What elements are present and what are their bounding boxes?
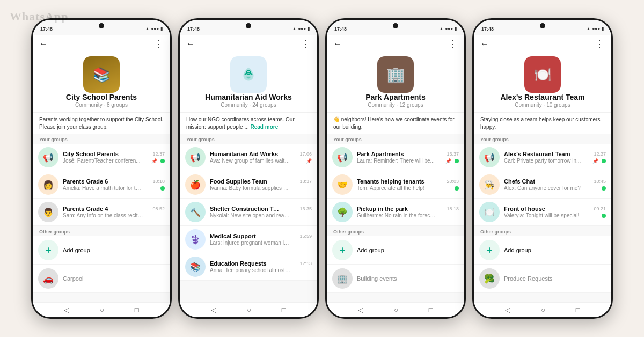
group-preview: Lars: Injured pregnant woman in need... <box>210 240 290 246</box>
group-info: Park Apartments 13:37 Laura: Reminder: T… <box>357 151 459 164</box>
battery-icon: ▮ <box>308 26 310 31</box>
nav-back-button[interactable]: ◁ <box>211 306 216 314</box>
nav-recents-button[interactable]: □ <box>576 306 580 314</box>
group-item[interactable]: 📢 Alex's Restaurant Team 12:27 Carl: Pri… <box>474 144 611 171</box>
group-item[interactable]: 🤝 Tenants helping tenants 20:03 Tom: App… <box>327 171 464 199</box>
unread-badge <box>602 214 606 218</box>
group-name: Medical Support <box>210 233 256 239</box>
community-name: Humanitarian Aid Works <box>205 93 292 101</box>
group-item[interactable]: 🍽️ Front of house 09:21 Valeryia: Tonigh… <box>474 199 611 226</box>
group-preview: Alex: Can anyone cover for me? <box>504 185 581 191</box>
back-button[interactable]: ← <box>480 39 489 49</box>
community-name: Park Apartments <box>365 93 426 101</box>
unread-badge <box>602 159 606 163</box>
nav-home-button[interactable]: ○ <box>100 306 104 314</box>
back-button[interactable]: ← <box>186 39 195 49</box>
group-item[interactable]: 👨 Parents Grade 4 08:52 Sam: Any info on… <box>33 199 170 226</box>
wifi-icon: ▲ <box>587 26 591 31</box>
top-bar: ← ⋮ <box>327 35 464 53</box>
group-info: Food Supplies Team 18:37 Ivanna: Baby fo… <box>210 178 312 191</box>
add-group-button[interactable]: Add group <box>474 236 611 265</box>
group-preview: Carl: Private party tomorrow in... <box>504 158 581 164</box>
nav-back-button[interactable]: ◁ <box>358 306 363 314</box>
group-time: 18:18 <box>447 206 459 211</box>
nav-recents-button[interactable]: □ <box>135 306 139 314</box>
nav-back-button[interactable]: ◁ <box>64 306 69 314</box>
group-item[interactable]: ⚕️ Medical Support 15:59 Lars: Injured p… <box>180 226 317 253</box>
top-bar: ← ⋮ <box>33 35 170 53</box>
group-info: City School Parents 12:37 José: Parent/T… <box>63 151 165 164</box>
other-group-avatar: 🥦 <box>479 268 500 289</box>
back-button[interactable]: ← <box>39 39 48 49</box>
top-bar: ← ⋮ <box>180 35 317 53</box>
groups-section: Your groups 📢 City School Parents 12:37 … <box>33 134 170 302</box>
group-preview: Ivanna: Baby formula supplies running ..… <box>210 185 290 191</box>
wifi-icon: ▲ <box>292 26 297 31</box>
group-preview: José: Parent/Teacher conferen... <box>63 158 141 164</box>
group-item[interactable]: 👨‍🍳 Chefs Chat 10:45 Alex: Can anyone co… <box>474 171 611 199</box>
other-group-avatar: 🚗 <box>38 268 58 289</box>
unread-badge <box>455 186 459 191</box>
group-item[interactable]: 🔨 Shelter Construction Team 16:35 Nykola… <box>180 199 317 226</box>
group-item[interactable]: 📢 Humanitarian Aid Works 17:06 Ava: New … <box>180 144 317 171</box>
status-time: 17:48 <box>481 26 494 32</box>
more-options-button[interactable]: ⋮ <box>301 38 311 50</box>
group-avatar: ⚕️ <box>185 229 206 250</box>
group-item[interactable]: 🍎 Food Supplies Team 18:37 Ivanna: Baby … <box>180 171 317 199</box>
nav-home-button[interactable]: ○ <box>541 306 545 314</box>
group-name: Shelter Construction Team <box>210 206 280 212</box>
wifi-icon: ▲ <box>145 26 150 31</box>
your-groups-label: Your groups <box>474 134 611 144</box>
group-item[interactable]: 📚 Education Requests 12:13 Anna: Tempora… <box>180 253 317 281</box>
group-time: 13:37 <box>447 151 459 157</box>
nav-back-button[interactable]: ◁ <box>505 306 510 314</box>
group-name: Pickup in the park <box>357 206 408 212</box>
community-header: Humanitarian Aid Works Community · 24 gr… <box>180 53 317 112</box>
group-name: Food Supplies Team <box>210 178 267 185</box>
add-group-button[interactable]: Add group <box>327 236 464 265</box>
group-name: Parents Grade 4 <box>63 206 108 212</box>
read-more-link[interactable]: Read more <box>251 124 279 130</box>
your-groups-label: Your groups <box>327 134 464 144</box>
group-info: Education Requests 12:13 Anna: Temporary… <box>210 260 312 273</box>
group-avatar: 👩 <box>38 174 58 195</box>
group-preview: Laura: Reminder: There will be... <box>357 158 435 164</box>
phone-notch: 17:48 ▲ ●●● ▮ <box>474 20 611 35</box>
phone-3: 17:48 ▲ ●●● ▮ ← ⋮ 🏢 Park Apartments Comm… <box>325 18 466 319</box>
phone-1: 17:48 ▲ ●●● ▮ ← ⋮ 📚 City School Parents … <box>31 18 172 319</box>
nav-recents-button[interactable]: □ <box>282 306 286 314</box>
group-time: 08:52 <box>152 206 165 211</box>
other-group-item: 🚗 Carpool <box>33 265 170 293</box>
more-options-button[interactable]: ⋮ <box>595 38 605 50</box>
group-avatar: 📢 <box>479 147 500 167</box>
nav-home-button[interactable]: ○ <box>394 306 398 314</box>
status-icons: ▲ ●●● ▮ <box>292 26 310 31</box>
group-item[interactable]: 📢 City School Parents 12:37 José: Parent… <box>33 144 170 171</box>
community-header: 🍽️ Alex's Restaurant Team Community · 10… <box>474 53 611 112</box>
add-group-label: Add group <box>504 247 531 253</box>
battery-icon: ▮ <box>160 26 163 31</box>
group-info: Chefs Chat 10:45 Alex: Can anyone cover … <box>504 178 606 191</box>
group-info: Front of house 09:21 Valeryia: Tonight w… <box>504 206 606 218</box>
other-group-item: 🥦 Produce Requests <box>474 265 611 293</box>
phones-container: 17:48 ▲ ●●● ▮ ← ⋮ 📚 City School Parents … <box>26 13 618 324</box>
other-group-item: 🏢 Building events <box>327 265 464 293</box>
add-group-label: Add group <box>63 247 90 253</box>
add-group-button[interactable]: Add group <box>33 236 170 265</box>
group-item[interactable]: 👩 Parents Grade 6 10:18 Amelia: Have a m… <box>33 171 170 199</box>
nav-recents-button[interactable]: □ <box>429 306 433 314</box>
group-info: Pickup in the park 18:18 Guilherme: No r… <box>357 206 459 218</box>
signal-icon: ●●● <box>445 26 453 31</box>
group-item[interactable]: 🌳 Pickup in the park 18:18 Guilherme: No… <box>327 199 464 226</box>
group-item[interactable]: 📢 Park Apartments 13:37 Laura: Reminder:… <box>327 144 464 171</box>
community-name: Alex's Restaurant Team <box>500 93 584 101</box>
back-button[interactable]: ← <box>333 39 342 49</box>
status-icons: ▲ ●●● ▮ <box>145 26 163 31</box>
more-options-button[interactable]: ⋮ <box>153 38 164 50</box>
more-options-button[interactable]: ⋮ <box>448 38 458 50</box>
signal-icon: ●●● <box>298 26 306 31</box>
nav-home-button[interactable]: ○ <box>247 306 251 314</box>
phone-screen: 17:48 ▲ ●●● ▮ ← ⋮ 🍽️ Alex's Restaurant T… <box>474 20 611 317</box>
other-group-avatar: 🏢 <box>332 268 353 289</box>
group-avatar: 👨 <box>38 202 58 222</box>
